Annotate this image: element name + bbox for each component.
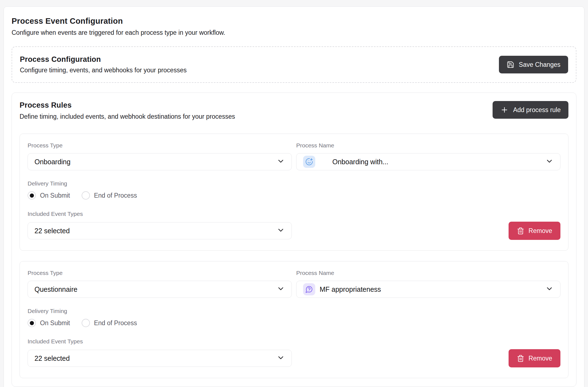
trash-icon [517,227,524,235]
process-name-value: Onboarding with... [332,158,388,166]
process-configuration-title: Process Configuration [20,55,187,64]
page-title: Process Event Configuration [12,17,576,26]
process-configuration-header: Process Configuration Configure timing, … [20,55,187,74]
add-process-rule-label: Add process rule [513,106,561,114]
delivery-timing-radio-group: On Submit End of Process [28,319,560,327]
delivery-timing-label: Delivery Timing [28,308,560,314]
delivery-timing-radio-group: On Submit End of Process [28,191,560,200]
process-rule-card: Process Type Questionnaire Process Name [20,261,568,378]
on-submit-radio[interactable]: On Submit [28,319,70,327]
process-event-configuration-page: Process Event Configuration Configure wh… [4,6,584,387]
radio-unselected-icon [82,191,90,200]
process-configuration-subtitle: Configure timing, events, and webhooks f… [20,67,187,74]
process-type-select[interactable]: Questionnaire [28,281,292,298]
process-rule-card: Process Type Onboarding Process Name [20,134,568,251]
chevron-down-icon [545,157,554,166]
process-rules-subtitle: Define timing, included events, and webh… [20,113,235,120]
on-submit-radio[interactable]: On Submit [28,191,70,200]
on-submit-radio-label: On Submit [40,319,70,327]
remove-rule-label: Remove [528,227,552,235]
save-changes-button[interactable]: Save Changes [499,56,568,73]
process-name-label: Process Name [296,142,560,149]
chevron-down-icon [277,157,285,166]
process-name-value: MF appropriateness [320,285,381,293]
process-name-field: Process Name MF appropriateness [296,270,560,298]
process-configuration-card: Process Configuration Configure timing, … [12,46,576,83]
process-rules-heading: Process Rules Define timing, included ev… [20,101,235,120]
process-type-value: Questionnaire [34,285,77,293]
remove-rule-button[interactable]: Remove [509,222,560,240]
process-rules-header: Process Rules Define timing, included ev… [20,101,568,120]
radio-unselected-icon [82,319,90,327]
included-event-types-value: 22 selected [34,227,70,235]
process-type-value: Onboarding [34,158,71,166]
save-changes-label: Save Changes [519,61,560,68]
chevron-down-icon [545,285,554,294]
trash-icon [517,355,524,362]
remove-rule-button[interactable]: Remove [509,349,560,367]
included-event-types-label: Included Event Types [28,211,560,217]
process-type-select[interactable]: Onboarding [28,153,292,170]
on-submit-radio-label: On Submit [40,192,70,199]
process-type-label: Process Type [28,270,292,276]
process-name-label: Process Name [296,270,560,276]
included-event-types-label: Included Event Types [28,338,560,345]
end-of-process-radio-label: End of Process [94,192,137,199]
radio-selected-icon [28,191,36,200]
plus-icon [500,106,509,114]
process-type-field: Process Type Questionnaire [28,270,292,298]
process-rules-title: Process Rules [20,101,235,110]
end-of-process-radio-label: End of Process [94,319,137,327]
chevron-down-icon [277,354,285,363]
chevron-down-icon [277,285,285,294]
process-type-field: Process Type Onboarding [28,142,292,170]
remove-rule-label: Remove [528,355,552,362]
add-process-rule-button[interactable]: Add process rule [493,101,568,119]
chevron-down-icon [277,226,285,235]
smile-plus-icon [303,156,315,168]
process-type-label: Process Type [28,142,292,149]
end-of-process-radio[interactable]: End of Process [82,191,137,200]
included-event-types-value: 22 selected [34,354,70,362]
message-question-icon [303,283,315,295]
process-rules-section: Process Rules Define timing, included ev… [12,92,576,387]
included-event-types-select[interactable]: 22 selected [28,350,292,367]
page-subtitle: Configure when events are triggered for … [12,29,576,36]
process-name-select[interactable]: MF appropriateness [296,281,560,298]
end-of-process-radio[interactable]: End of Process [82,319,137,327]
delivery-timing-label: Delivery Timing [28,180,560,187]
process-name-field: Process Name [296,142,560,170]
save-icon [507,61,514,68]
process-name-select[interactable]: Onboarding with... [296,153,560,170]
included-event-types-select[interactable]: 22 selected [28,222,292,239]
radio-selected-icon [28,319,36,327]
